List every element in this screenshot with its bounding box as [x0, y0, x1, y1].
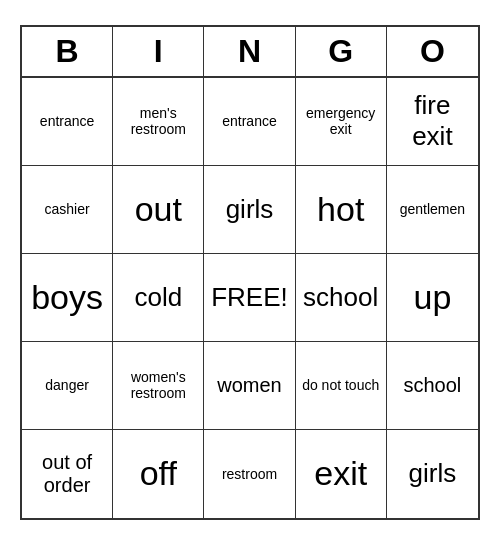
header-i: I — [113, 27, 204, 76]
cell-r2c1: cashier — [22, 166, 113, 254]
cell-r3c1: boys — [22, 254, 113, 342]
header-o: O — [387, 27, 478, 76]
header-b: B — [22, 27, 113, 76]
cell-r1c3: entrance — [204, 78, 295, 166]
cell-r5c4: exit — [296, 430, 387, 518]
header-g: G — [296, 27, 387, 76]
cell-r4c4: do not touch — [296, 342, 387, 430]
cell-r2c4: hot — [296, 166, 387, 254]
cell-r4c5: school — [387, 342, 478, 430]
cell-r1c5: fire exit — [387, 78, 478, 166]
bingo-card: B I N G O entrance men's restroom entran… — [20, 25, 480, 520]
cell-r5c2: off — [113, 430, 204, 518]
cell-r1c2: men's restroom — [113, 78, 204, 166]
cell-r4c2: women's restroom — [113, 342, 204, 430]
cell-r2c5: gentlemen — [387, 166, 478, 254]
cell-r5c1: out of order — [22, 430, 113, 518]
cell-r5c3: restroom — [204, 430, 295, 518]
cell-r4c3: women — [204, 342, 295, 430]
cell-r2c2: out — [113, 166, 204, 254]
bingo-grid: entrance men's restroom entrance emergen… — [22, 78, 478, 518]
cell-r3c2: cold — [113, 254, 204, 342]
cell-r1c1: entrance — [22, 78, 113, 166]
cell-r4c1: danger — [22, 342, 113, 430]
cell-r5c5: girls — [387, 430, 478, 518]
cell-r3c3: FREE! — [204, 254, 295, 342]
header-n: N — [204, 27, 295, 76]
bingo-header: B I N G O — [22, 27, 478, 78]
cell-r1c4: emergency exit — [296, 78, 387, 166]
cell-r3c5: up — [387, 254, 478, 342]
cell-r3c4: school — [296, 254, 387, 342]
cell-r2c3: girls — [204, 166, 295, 254]
